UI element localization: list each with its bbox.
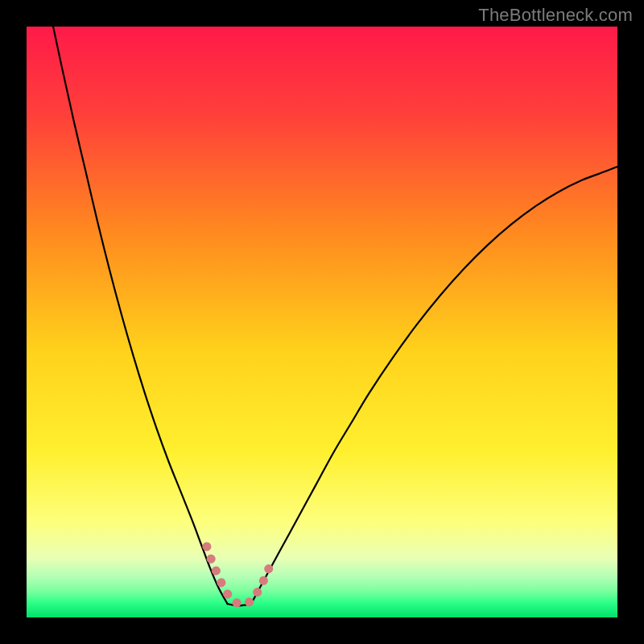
chart-stage: TheBottleneck.com	[0, 0, 644, 644]
gradient-background	[27, 27, 617, 617]
chart-svg	[27, 27, 617, 617]
watermark-text: TheBottleneck.com	[478, 5, 633, 26]
plot-area	[27, 27, 617, 617]
